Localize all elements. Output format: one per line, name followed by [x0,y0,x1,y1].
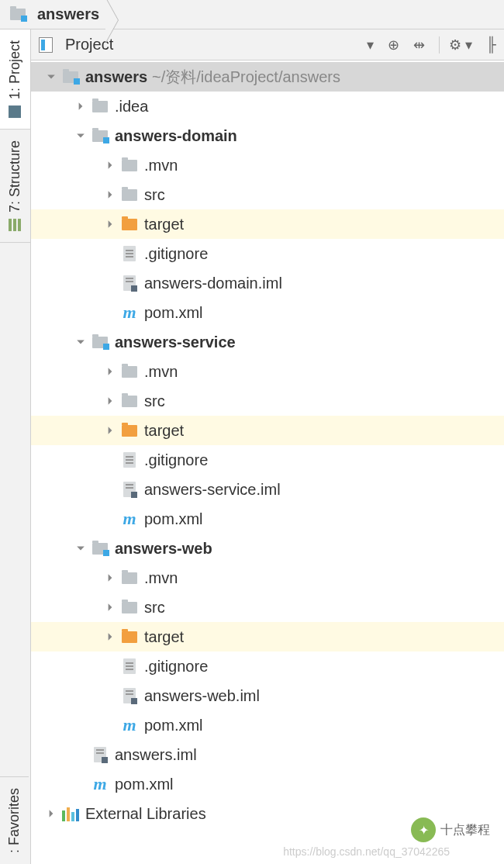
hide-icon[interactable]: ╟ [486,36,496,53]
tree-label: pom.xml [115,776,174,793]
tree-label: answers-domain [115,127,237,145]
tree-label: .gitignore [144,658,208,676]
chevron-right-icon[interactable] [104,426,116,435]
chevron-down-icon[interactable] [74,337,87,347]
tree-file[interactable]: .gitignore [31,651,504,681]
target-icon[interactable]: ⊕ [388,36,399,54]
chevron-right-icon[interactable] [104,219,116,229]
file-icon [121,658,138,675]
breadcrumb-label: answers [37,5,99,23]
chevron-right-icon[interactable] [45,809,57,818]
tree-folder[interactable]: src [31,593,504,622]
chevron-right-icon[interactable] [74,102,87,111]
chevron-right-icon[interactable] [104,367,116,376]
tree-label: External Libraries [85,805,206,823]
iml-file-icon [121,275,138,292]
breadcrumb: answers [0,0,504,29]
chevron-down-icon[interactable] [74,131,87,140]
gear-icon[interactable]: ⚙ ▾ [439,36,472,54]
sidebar-tab-structure[interactable]: 7: Structure [0,130,30,243]
project-path: ~/资料/ideaProject/answers [152,67,340,88]
maven-icon: m [121,510,138,527]
tree-folder[interactable]: .mvn [31,563,504,593]
tree-folder-target[interactable]: target [31,622,504,651]
tree-folder[interactable]: src [31,180,504,209]
tree-file[interactable]: .gitignore [31,239,504,268]
panel-title[interactable]: Project [39,36,113,54]
tree-file-pom[interactable]: m pom.xml [31,504,504,534]
sidebar-tab-label: : Favorites [6,788,22,853]
module-folder-icon [91,127,109,144]
tree-label: answers-web [115,540,212,558]
watermark-url: https://blog.csdn.net/qq_37042265 [283,845,450,858]
library-icon [62,805,79,822]
maven-icon: m [91,776,109,793]
sidebar-tab-project[interactable]: 1: Project [0,29,30,130]
tree-label: .mvn [144,157,178,175]
tree-label: pom.xml [144,510,203,528]
tree-label: answers [85,68,147,86]
tree-label: answers-web.iml [144,687,260,705]
tree-folder-target[interactable]: target [31,416,504,445]
tree-folder[interactable]: .mvn [31,150,504,180]
tree-label: src [144,392,165,410]
tree-file-pom[interactable]: m pom.xml [31,298,504,327]
project-panel: Project ▾ ⊕ ⇹ ⚙ ▾ ╟ answers ~/资料/ideaPro… [31,29,504,864]
sidebar-tab-favorites[interactable]: : Favorites [0,776,29,864]
tree-module-service[interactable]: answers-service [31,327,504,357]
target-folder-icon [121,216,138,233]
file-icon [121,245,138,262]
target-folder-icon [121,628,138,645]
project-tab-icon [9,105,22,118]
tree-folder-target[interactable]: target [31,209,504,239]
chevron-down-icon[interactable] [74,544,87,553]
tree-label: answers-service [115,334,236,351]
tree-label: pom.xml [144,717,203,734]
project-tree[interactable]: answers ~/资料/ideaProject/answers .idea a… [31,60,504,864]
tree-label: .gitignore [144,245,208,263]
folder-icon [121,363,138,380]
chevron-right-icon[interactable] [104,573,116,582]
chevron-right-icon[interactable] [104,161,116,170]
tree-file-iml[interactable]: answers.iml [31,740,504,769]
sidebar-tab-label: 7: Structure [7,140,23,213]
chevron-right-icon[interactable] [104,190,116,199]
chevron-right-icon[interactable] [104,603,116,612]
dropdown-icon[interactable]: ▾ [367,36,374,54]
tree-label: target [144,422,184,440]
tree-label: target [144,628,184,646]
tree-folder[interactable]: .mvn [31,357,504,386]
project-view-icon [39,37,53,53]
module-folder-icon [91,540,109,557]
folder-icon [121,599,138,616]
folder-icon [121,186,138,203]
tree-label: src [144,186,165,204]
tree-module-web[interactable]: answers-web [31,534,504,563]
tree-folder[interactable]: src [31,386,504,416]
tree-file-iml[interactable]: answers-domain.iml [31,268,504,298]
chevron-down-icon[interactable] [45,72,57,81]
main-area: 1: Project 7: Structure : Favorites Proj… [0,29,504,864]
tree-folder-idea[interactable]: .idea [31,92,504,121]
folder-icon [121,157,138,174]
module-folder-icon [91,334,109,351]
tree-file-pom[interactable]: m pom.xml [31,710,504,740]
folder-icon [91,98,109,115]
tree-file[interactable]: .gitignore [31,445,504,475]
sidebar-tab-label: 1: Project [7,40,23,99]
panel-toolbar: ▾ ⊕ ⇹ ⚙ ▾ ╟ [367,36,496,54]
tree-label: .mvn [144,363,178,381]
tree-label: answers-service.iml [144,481,281,499]
module-folder-icon [62,68,79,85]
tree-file-pom[interactable]: m pom.xml [31,769,504,799]
tree-module-domain[interactable]: answers-domain [31,121,504,150]
watermark-logo-icon: ✦ [411,817,436,842]
tree-root[interactable]: answers ~/资料/ideaProject/answers [31,62,504,92]
breadcrumb-item[interactable]: answers [9,5,118,23]
collapse-icon[interactable]: ⇹ [413,36,425,54]
tree-file-iml[interactable]: answers-service.iml [31,475,504,504]
chevron-right-icon[interactable] [104,396,116,406]
folder-icon [121,392,138,410]
tree-file-iml[interactable]: answers-web.iml [31,681,504,710]
chevron-right-icon[interactable] [104,632,116,641]
